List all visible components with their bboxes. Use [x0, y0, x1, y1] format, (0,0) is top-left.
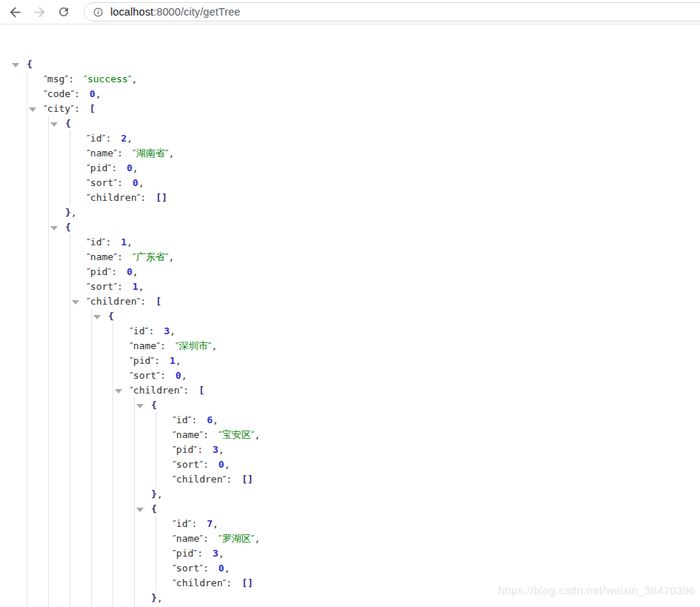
json-comma: ,: [133, 162, 139, 173]
json-line: },: [49, 205, 700, 220]
json-colon: :: [226, 577, 232, 588]
json-comma: ,: [255, 533, 261, 544]
json-colon: :: [203, 429, 209, 440]
url-bar[interactable]: localhost:8000/city/getTree: [84, 2, 700, 21]
json-bracket: {: [151, 399, 157, 411]
json-line: pid:3,: [156, 442, 700, 457]
watermark-text: https://blog.csdn.net/weixin_38470396: [499, 584, 696, 597]
json-key: id: [130, 325, 148, 336]
json-number-value: 3: [213, 444, 219, 455]
indent-group: id:6,name:宝安区,pid:3,sort:0,children:[]: [156, 413, 700, 487]
json-number-value: 1: [133, 281, 139, 292]
json-line: sort:1,: [70, 279, 700, 294]
json-key: pid: [173, 444, 197, 455]
json-number-value: 0: [219, 459, 224, 470]
indent-group: msg:success,code:0,city:[{id:2,name:湖南省,…: [27, 72, 700, 607]
json-key: sort: [173, 459, 203, 470]
json-colon: :: [203, 459, 209, 470]
json-string-value: 罗湖区: [219, 533, 255, 544]
collapse-toggle[interactable]: [135, 398, 151, 413]
json-bracket: {: [65, 222, 71, 233]
json-colon: :: [140, 296, 146, 307]
json-key: city: [44, 103, 74, 114]
indent-group: id:2,name:湖南省,pid:0,sort:0,children:[]: [70, 131, 700, 205]
json-key: children: [173, 474, 226, 485]
json-key: id: [87, 133, 105, 144]
forward-button[interactable]: [30, 3, 48, 21]
triangle-down-icon: [115, 389, 122, 394]
json-line: sort:0,: [156, 457, 700, 472]
refresh-icon: [57, 5, 70, 19]
json-number-value: 3: [164, 325, 170, 336]
json-colon: :: [203, 533, 209, 544]
collapse-toggle[interactable]: [27, 102, 44, 116]
json-line: children:[]: [70, 190, 700, 205]
json-key: children: [87, 296, 140, 307]
collapse-toggle[interactable]: [135, 502, 151, 517]
json-key: sort: [173, 563, 203, 574]
json-number-value: 3: [213, 548, 219, 559]
json-key: id: [173, 414, 191, 425]
json-colon: :: [148, 325, 154, 336]
json-number-value: 0: [127, 162, 133, 173]
json-comma: ,: [169, 251, 175, 262]
back-button[interactable]: [6, 3, 24, 21]
json-comma: ,: [170, 325, 176, 336]
collapse-toggle[interactable]: [49, 116, 65, 131]
json-key: children: [173, 577, 226, 588]
json-line: msg:success,: [27, 72, 700, 87]
json-colon: :: [197, 548, 203, 559]
json-comma: ,: [96, 88, 101, 99]
json-line: {: [10, 57, 700, 72]
refresh-button[interactable]: [55, 3, 73, 21]
url-host: localhost: [110, 6, 153, 18]
json-colon: :: [191, 518, 197, 529]
json-colon: :: [117, 177, 123, 188]
json-colon: :: [105, 133, 111, 144]
json-comma: ,: [169, 147, 175, 159]
json-line: name:宝安区,: [156, 428, 700, 442]
json-colon: :: [74, 88, 80, 99]
json-string-value: success: [84, 73, 132, 84]
json-number-value: 7: [207, 518, 213, 529]
triangle-down-icon: [50, 122, 58, 127]
json-colon: :: [197, 444, 203, 455]
json-colon: :: [117, 281, 123, 292]
json-colon: :: [140, 192, 146, 203]
json-number-value: 2: [121, 133, 127, 144]
json-colon: :: [117, 251, 123, 262]
json-key: sort: [87, 281, 117, 292]
indent-group: {id:6,name:宝安区,pid:3,sort:0,children:[]}…: [134, 398, 700, 607]
json-colon: :: [68, 73, 74, 84]
json-colon: :: [105, 236, 111, 248]
json-colon: :: [226, 474, 232, 485]
json-number-value: 0: [133, 177, 139, 188]
info-icon[interactable]: [93, 7, 104, 18]
json-bracket: {: [108, 311, 114, 322]
json-comma: ,: [139, 281, 144, 292]
json-comma: ,: [157, 488, 163, 500]
json-line: pid:0,: [70, 265, 700, 279]
collapse-toggle[interactable]: [92, 309, 108, 324]
json-string-value: 广东省: [133, 251, 169, 262]
collapse-toggle[interactable]: [49, 220, 65, 235]
json-string-value: 宝安区: [219, 429, 255, 440]
json-number-value: 0: [90, 88, 96, 99]
json-bracket: []: [241, 577, 253, 588]
collapse-toggle[interactable]: [70, 294, 87, 309]
url-text: localhost:8000/city/getTree: [110, 6, 240, 18]
collapse-toggle[interactable]: [10, 57, 27, 72]
json-comma: ,: [224, 563, 230, 574]
json-colon: :: [154, 355, 160, 366]
json-key: name: [130, 340, 160, 351]
json-bracket: {: [27, 59, 33, 70]
forward-arrow-icon: [32, 4, 47, 20]
json-colon: :: [203, 563, 209, 574]
indent-group: {id:2,name:湖南省,pid:0,sort:0,children:[]}…: [48, 116, 700, 607]
json-key: pid: [130, 355, 154, 366]
json-line: },: [135, 487, 700, 502]
json-colon: :: [74, 103, 80, 114]
json-string-value: 深圳市: [176, 340, 212, 351]
indent-group: id:7,name:罗湖区,pid:3,sort:0,children:[]: [156, 517, 700, 591]
collapse-toggle[interactable]: [113, 383, 130, 398]
